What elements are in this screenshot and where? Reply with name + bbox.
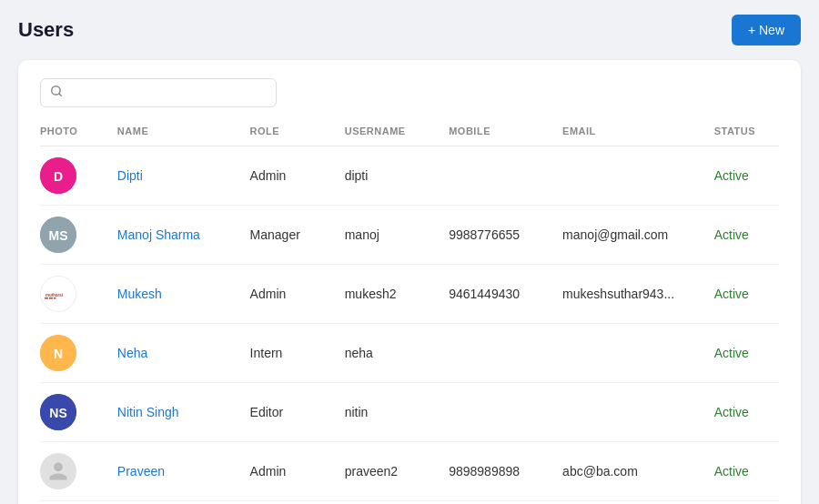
svg-text:D: D [54,169,63,184]
user-mobile [438,324,551,383]
user-email [551,324,703,383]
table-row[interactable]: mutharsi Mukesh Admin mukesh2 9461449430… [40,265,779,324]
user-photo: NS [40,383,106,442]
svg-rect-9 [49,297,53,299]
user-email [551,146,703,206]
svg-text:N: N [54,347,63,361]
page-title: Users [18,18,74,42]
user-status: Active [703,501,779,505]
user-status: Active [703,383,779,442]
user-role: Intern [239,324,334,383]
new-button[interactable]: + New [732,15,801,45]
table-body: D Dipti Admin dipti Active MS Manoj Shar… [40,146,779,505]
user-username: rahul [334,501,439,505]
user-photo: mutharsi [40,265,106,324]
user-email: manoj@gmail.com [551,206,703,265]
user-username: manoj [334,206,439,265]
avatar: D [40,157,76,194]
user-email [551,383,703,442]
user-name[interactable]: Dipti [106,146,239,206]
col-email: EMAIL [551,126,703,146]
user-mobile: 9461449430 [438,265,551,324]
col-status: STATUS [703,126,779,146]
avatar: MS [40,217,76,253]
table-row[interactable]: NS Nitin Singh Editor nitin Active [40,383,779,442]
user-role: Admin [239,265,334,324]
user-photo: RV [40,501,106,505]
user-name[interactable]: Neha [106,324,239,383]
col-mobile: MOBILE [438,126,551,146]
user-role: Editor [239,383,334,442]
user-name[interactable]: Rahul Vyas [106,501,239,505]
table-row[interactable]: RV Rahul Vyas Accountant rahul 987654321… [40,501,779,505]
user-status: Active [703,265,779,324]
search-bar [40,78,277,107]
search-icon [50,85,63,101]
user-username: neha [334,324,439,383]
user-username: praveen2 [334,442,439,501]
svg-rect-10 [54,297,56,299]
user-name[interactable]: Mukesh [106,265,239,324]
table-header: PHOTO NAME ROLE USERNAME MOBILE EMAIL ST… [40,126,779,146]
avatar: NS [40,394,76,430]
users-card: PHOTO NAME ROLE USERNAME MOBILE EMAIL ST… [18,60,801,504]
table-row[interactable]: N Neha Intern neha Active [40,324,779,383]
user-mobile: 9988776655 [438,206,551,265]
user-role: Admin [239,146,334,206]
user-mobile: 9876543211 [438,501,551,505]
user-photo: D [40,146,106,206]
col-username: USERNAME [334,126,439,146]
user-status: Active [703,146,779,206]
avatar [40,453,76,489]
user-email: rahul@gmail.com [551,501,703,505]
user-photo [40,442,106,501]
col-name: NAME [106,126,239,146]
table-row[interactable]: D Dipti Admin dipti Active [40,146,779,206]
user-username: nitin [334,383,439,442]
user-role: Accountant [239,501,334,505]
user-status: Active [703,206,779,265]
table-row[interactable]: Praveen Admin praveen2 9898989898 abc@ba… [40,442,779,501]
user-status: Active [703,324,779,383]
avatar: mutharsi [40,276,76,312]
user-name[interactable]: Manoj Sharma [106,206,239,265]
user-mobile [438,146,551,206]
user-name[interactable]: Nitin Singh [106,383,239,442]
avatar: N [40,335,76,371]
table-row[interactable]: MS Manoj Sharma Manager manoj 9988776655… [40,206,779,265]
user-email: abc@ba.com [551,442,703,501]
user-photo: MS [40,206,106,265]
user-status: Active [703,442,779,501]
page-header: Users + New [18,15,801,45]
user-mobile [438,383,551,442]
user-username: dipti [334,146,439,206]
user-role: Admin [239,442,334,501]
svg-text:MS: MS [49,228,68,243]
svg-line-1 [59,94,62,96]
user-photo: N [40,324,106,383]
users-table: PHOTO NAME ROLE USERNAME MOBILE EMAIL ST… [40,126,779,504]
search-input[interactable] [68,86,267,100]
user-name[interactable]: Praveen [106,442,239,501]
user-username: mukesh2 [334,265,439,324]
user-email: mukeshsuthar943... [551,265,703,324]
svg-text:NS: NS [49,406,66,420]
svg-rect-8 [45,297,48,299]
user-mobile: 9898989898 [438,442,551,501]
user-role: Manager [239,206,334,265]
col-photo: PHOTO [40,126,106,146]
col-role: ROLE [239,126,334,146]
svg-text:mutharsi: mutharsi [46,293,63,297]
